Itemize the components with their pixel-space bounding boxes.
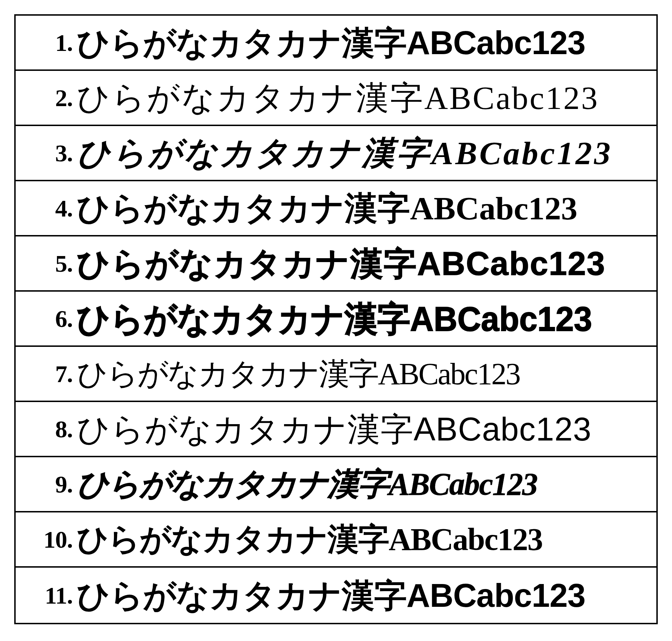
- row-number: 9.: [26, 472, 77, 496]
- font-sample-table: 1. ひらがなカタカナ漢字ABCabc123 2. ひらがなカタカナ漢字ABCa…: [14, 14, 658, 624]
- row-sample: ひらがなカタカナ漢字ABCabc123: [77, 469, 537, 500]
- font-sample-row-4: 4. ひらがなカタカナ漢字ABCabc123: [16, 181, 656, 236]
- font-sample-row-10: 10. ひらがなカタカナ漢字ABCabc123: [16, 512, 656, 568]
- row-sample: ひらがなカタカナ漢字ABCabc123: [77, 301, 592, 336]
- font-sample-row-6: 6. ひらがなカタカナ漢字ABCabc123: [16, 292, 656, 347]
- font-sample-row-9: 9. ひらがなカタカナ漢字ABCabc123: [16, 457, 656, 512]
- row-sample: ひらがなカタカナ漢字ABCabc123: [77, 524, 542, 555]
- row-number: 6.: [26, 307, 77, 331]
- font-sample-row-7: 7. ひらがなカタカナ漢字ABCabc123: [16, 347, 656, 402]
- row-number: 1.: [26, 31, 77, 55]
- row-number: 3.: [26, 141, 77, 165]
- row-sample: ひらがなカタカナ漢字ABCabc123: [77, 359, 520, 389]
- row-number: 2.: [26, 86, 77, 110]
- row-sample: ひらがなカタカナ漢字ABCabc123: [77, 579, 585, 612]
- row-sample: ひらがなカタカナ漢字ABCabc123: [77, 247, 605, 280]
- row-sample: ひらがなカタカナ漢字ABCabc123: [77, 82, 599, 114]
- row-number: 5.: [26, 251, 77, 276]
- font-sample-row-2: 2. ひらがなカタカナ漢字ABCabc123: [16, 71, 656, 126]
- row-sample: ひらがなカタカナ漢字ABCabc123: [77, 413, 592, 445]
- font-sample-row-5: 5. ひらがなカタカナ漢字ABCabc123: [16, 236, 656, 292]
- row-sample: ひらがなカタカナ漢字ABCabc123: [77, 26, 585, 59]
- row-sample: ひらがなカタカナ漢字ABCabc123: [77, 192, 577, 225]
- font-sample-page: 1. ひらがなカタカナ漢字ABCabc123 2. ひらがなカタカナ漢字ABCa…: [0, 0, 672, 639]
- row-number: 11.: [26, 583, 77, 608]
- row-number: 7.: [26, 362, 77, 386]
- font-sample-row-11: 11. ひらがなカタカナ漢字ABCabc123: [16, 568, 656, 623]
- font-sample-row-3: 3. ひらがなカタカナ漢字ABCabc123: [16, 126, 656, 181]
- row-number: 8.: [26, 417, 77, 441]
- row-number: 10.: [26, 527, 77, 552]
- row-number: 4.: [26, 196, 77, 220]
- font-sample-row-1: 1. ひらがなカタカナ漢字ABCabc123: [16, 16, 656, 71]
- font-sample-row-8: 8. ひらがなカタカナ漢字ABCabc123: [16, 402, 656, 457]
- row-sample: ひらがなカタカナ漢字ABCabc123: [77, 137, 613, 170]
